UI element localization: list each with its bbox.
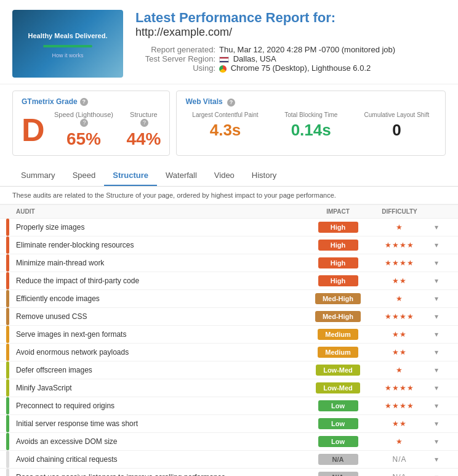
audit-impact-14: N/A <box>304 472 372 476</box>
difficulty-stars-7: ★★ <box>392 348 407 357</box>
tab-summary[interactable]: Summary <box>12 166 64 186</box>
tab-video[interactable]: Video <box>206 166 243 186</box>
audit-row: Properly size images High ★ ▾ <box>0 219 458 236</box>
web-vitals-content: Largest Contentful Paint 4.3s Total Bloc… <box>185 111 436 140</box>
vital-label-0: Largest Contentful Paint <box>185 111 265 118</box>
audit-col-header-difficulty: DIFFICULTY <box>372 208 427 215</box>
impact-badge-14: N/A <box>318 472 358 476</box>
audit-indicator-0 <box>6 219 9 236</box>
vital-label-2: Cumulative Layout Shift <box>357 111 436 118</box>
impact-badge-7: Medium <box>318 347 358 358</box>
difficulty-stars-0: ★ <box>396 223 403 232</box>
audit-difficulty-12: ★ <box>372 437 427 446</box>
impact-badge-11: Low <box>318 418 358 429</box>
impact-badge-2: High <box>318 257 358 268</box>
audit-impact-1: High <box>304 240 372 251</box>
audit-expand-14[interactable]: ▾ <box>427 473 446 476</box>
audit-expand-6[interactable]: ▾ <box>427 330 446 339</box>
speed-value: 65% <box>54 129 114 149</box>
flag-icon <box>219 57 229 63</box>
audit-expand-3[interactable]: ▾ <box>427 276 446 285</box>
audit-expand-10[interactable]: ▾ <box>427 401 446 410</box>
speed-help-icon[interactable]: ? <box>80 119 88 127</box>
web-vitals-help-icon[interactable]: ? <box>227 99 235 107</box>
audit-indicator-8 <box>6 361 9 379</box>
audit-indicator-9 <box>6 379 9 397</box>
difficulty-stars-12: ★ <box>396 437 403 446</box>
audit-impact-7: Medium <box>304 347 372 358</box>
audit-expand-1[interactable]: ▾ <box>427 241 446 249</box>
page-url: http://example.com/ <box>135 26 446 39</box>
audit-impact-11: Low <box>304 418 372 429</box>
audit-expand-0[interactable]: ▾ <box>427 223 446 232</box>
meta-value-server: Dallas, USA <box>215 54 276 63</box>
tab-waterfall[interactable]: Waterfall <box>157 166 206 186</box>
difficulty-stars-9: ★★★★ <box>385 384 414 392</box>
audit-description: These audits are related to the Structur… <box>0 187 458 204</box>
audit-name-2: Minimize main-thread work <box>12 259 304 267</box>
audit-impact-6: Medium <box>304 329 372 340</box>
difficulty-stars-8: ★ <box>396 366 403 374</box>
audit-indicator-3 <box>6 272 9 289</box>
audit-expand-11[interactable]: ▾ <box>427 419 446 428</box>
audit-impact-2: High <box>304 257 372 268</box>
impact-badge-3: High <box>318 275 358 286</box>
audit-col-header-audit: AUDIT <box>12 208 304 215</box>
impact-badge-4: Med-High <box>315 293 361 304</box>
audit-expand-8[interactable]: ▾ <box>427 366 446 374</box>
vital-label-1: Total Blocking Time <box>271 111 351 118</box>
audit-name-6: Serve images in next-gen formats <box>12 330 304 339</box>
web-vitals-title: Web Vitals ? <box>185 97 436 107</box>
audit-row: Avoid enormous network payloads Medium ★… <box>0 344 458 361</box>
meta-test-server: Test Server Region: Dallas, USA <box>135 54 446 63</box>
audit-difficulty-9: ★★★★ <box>372 384 427 392</box>
audit-impact-9: Low-Med <box>304 382 372 393</box>
audit-name-9: Minify JavaScript <box>12 384 304 392</box>
header: Healthy Meals Delivered. How it works La… <box>0 0 458 84</box>
gtmetrix-help-icon[interactable]: ? <box>80 98 88 106</box>
audit-expand-13[interactable]: ▾ <box>427 455 446 464</box>
structure-help-icon[interactable]: ? <box>140 119 148 127</box>
gtmetrix-grade-title: GTmetrix Grade ? <box>22 97 161 106</box>
impact-badge-6: Medium <box>318 329 358 340</box>
gtmetrix-grade-box: GTmetrix Grade ? D Speed (Lighthouse) ? … <box>12 91 170 156</box>
header-text: Latest Performance Report for: http://ex… <box>123 10 446 78</box>
vital-value-0: 4.3s <box>185 121 265 140</box>
audit-name-5: Remove unused CSS <box>12 312 304 321</box>
structure-label: Structure ? <box>126 111 161 127</box>
difficulty-na-14: N/A <box>392 473 406 476</box>
speed-label: Speed (Lighthouse) ? <box>54 111 114 127</box>
audit-indicator-7 <box>6 344 9 361</box>
audit-name-7: Avoid enormous network payloads <box>12 348 304 357</box>
audit-name-3: Reduce the impact of third-party code <box>12 276 304 285</box>
page-title: Latest Performance Report for: <box>135 10 446 26</box>
audit-impact-10: Low <box>304 400 372 411</box>
audit-expand-12[interactable]: ▾ <box>427 437 446 446</box>
audit-indicator-12 <box>6 433 9 450</box>
audit-name-4: Efficiently encode images <box>12 294 304 303</box>
audit-expand-5[interactable]: ▾ <box>427 312 446 321</box>
audit-expand-4[interactable]: ▾ <box>427 294 446 303</box>
audit-row: Avoids an excessive DOM size Low ★ ▾ <box>0 433 458 451</box>
audit-name-1: Eliminate render-blocking resources <box>12 241 304 249</box>
audit-name-0: Properly size images <box>12 223 304 232</box>
tab-history[interactable]: History <box>243 166 285 186</box>
vital-value-2: 0 <box>357 121 436 140</box>
thumbnail-sub: How it works <box>52 52 83 58</box>
audit-rows: Properly size images High ★ ▾ Eliminate … <box>0 219 458 476</box>
audit-expand-9[interactable]: ▾ <box>427 384 446 392</box>
audit-expand-2[interactable]: ▾ <box>427 259 446 267</box>
audit-difficulty-5: ★★★★ <box>372 312 427 321</box>
audit-impact-0: High <box>304 222 372 233</box>
audit-impact-4: Med-High <box>304 293 372 304</box>
difficulty-stars-2: ★★★★ <box>385 259 414 267</box>
tab-speed[interactable]: Speed <box>64 166 105 186</box>
gtmetrix-grade-content: D Speed (Lighthouse) ? 65% Structure ? 4… <box>22 111 161 149</box>
difficulty-stars-5: ★★★★ <box>385 312 414 321</box>
tab-structure[interactable]: Structure <box>104 166 157 186</box>
audit-row: Preconnect to required origins Low ★★★★ … <box>0 397 458 415</box>
audit-indicator-13 <box>6 451 9 468</box>
audit-row: Eliminate render-blocking resources High… <box>0 236 458 254</box>
audit-expand-7[interactable]: ▾ <box>427 348 446 357</box>
audit-name-12: Avoids an excessive DOM size <box>12 437 304 446</box>
